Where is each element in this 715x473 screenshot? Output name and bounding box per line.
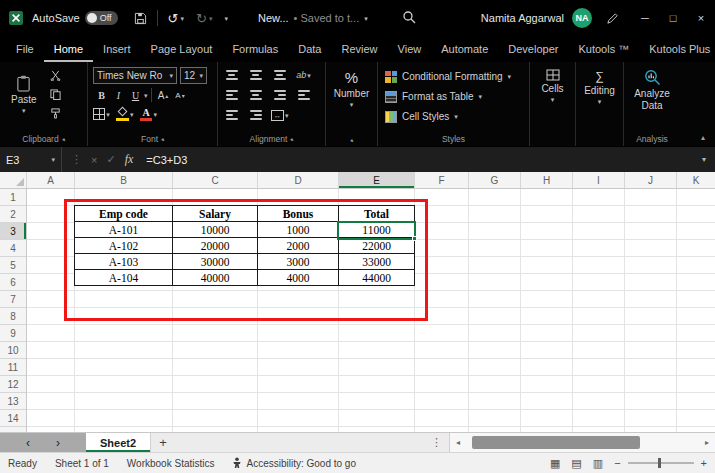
redo-button[interactable]: ↻▾ bbox=[190, 5, 218, 31]
name-box[interactable]: E3 ▾ bbox=[0, 147, 62, 172]
col-header-j[interactable]: J bbox=[625, 172, 677, 188]
tab-data[interactable]: Data bbox=[288, 36, 331, 62]
underline-button[interactable]: U bbox=[127, 87, 144, 103]
row-header-8[interactable]: 8 bbox=[0, 308, 26, 325]
document-title[interactable]: New... • Saved to t... ▾ bbox=[258, 0, 368, 36]
col-header-k[interactable]: K bbox=[677, 172, 715, 188]
scroll-right-button[interactable]: ▸ bbox=[699, 438, 715, 447]
cell-B2[interactable]: Emp code bbox=[75, 206, 173, 222]
save-button[interactable] bbox=[128, 5, 153, 31]
cell-styles-button[interactable]: Cell Styles ▾ bbox=[385, 107, 524, 126]
sheet-tab-sheet2[interactable]: Sheet2 bbox=[86, 433, 151, 452]
cell-D2[interactable]: Bonus bbox=[258, 206, 339, 222]
zoom-in-button[interactable]: + bbox=[701, 457, 707, 469]
search-icon[interactable] bbox=[402, 10, 416, 26]
format-as-table-button[interactable]: Format as Table ▾ bbox=[385, 87, 524, 106]
accessibility-status[interactable]: Accessibility: Good to go bbox=[232, 457, 356, 469]
cell-C6[interactable]: 40000 bbox=[173, 270, 258, 286]
cell-B3[interactable]: A-101 bbox=[75, 222, 173, 238]
row-header-2[interactable]: 2 bbox=[0, 206, 26, 223]
maximize-button[interactable]: □ bbox=[659, 0, 687, 36]
conditional-formatting-button[interactable]: Conditional Formatting ▾ bbox=[385, 67, 524, 86]
scrollbar-track[interactable] bbox=[466, 433, 699, 452]
sheet-options-icon[interactable]: ⋮ bbox=[424, 433, 449, 452]
tab-kutools[interactable]: Kutools ™ bbox=[568, 36, 639, 62]
customize-toolbar-button[interactable]: ▾ bbox=[218, 5, 234, 31]
minimize-button[interactable]: ─ bbox=[631, 0, 659, 36]
cell-E5[interactable]: 33000 bbox=[339, 254, 415, 270]
tab-file[interactable]: File bbox=[6, 36, 44, 62]
row-header-1[interactable]: 1 bbox=[0, 189, 26, 206]
row-header-10[interactable]: 10 bbox=[0, 342, 26, 359]
add-sheet-button[interactable]: + bbox=[151, 433, 175, 452]
tab-insert[interactable]: Insert bbox=[93, 36, 141, 62]
cancel-entry-button[interactable]: × bbox=[91, 154, 97, 166]
indent-increase-button[interactable] bbox=[247, 107, 264, 123]
cell-C2[interactable]: Salary bbox=[173, 206, 258, 222]
zoom-slider[interactable] bbox=[628, 462, 694, 464]
col-header-c[interactable]: C bbox=[173, 172, 258, 188]
orientation-button[interactable]: ab▾ bbox=[295, 67, 312, 83]
confirm-entry-button[interactable]: ✓ bbox=[106, 153, 115, 166]
cells-button[interactable]: Cells ▾ bbox=[535, 67, 570, 103]
grow-font-button[interactable]: A▴ bbox=[155, 87, 172, 103]
horizontal-scrollbar[interactable]: ◂ ▸ bbox=[449, 433, 715, 452]
dialog-launcher-icon[interactable]: ▾ bbox=[348, 137, 355, 144]
dialog-launcher-icon[interactable]: ▾ bbox=[288, 135, 295, 142]
col-header-f[interactable]: F bbox=[415, 172, 469, 188]
format-painter-button[interactable] bbox=[47, 105, 64, 121]
font-size-select[interactable]: 12▾ bbox=[180, 67, 207, 84]
row-header-12[interactable]: 12 bbox=[0, 376, 26, 393]
user-name[interactable]: Namita Aggarwal bbox=[481, 12, 564, 24]
align-left-button[interactable] bbox=[223, 87, 240, 103]
tab-developer[interactable]: Developer bbox=[498, 36, 568, 62]
cell-B6[interactable]: A-104 bbox=[75, 270, 173, 286]
col-header-a[interactable]: A bbox=[27, 172, 75, 188]
cell-C5[interactable]: 30000 bbox=[173, 254, 258, 270]
cut-button[interactable] bbox=[47, 67, 64, 83]
font-name-select[interactable]: Times New Ro▾ bbox=[93, 67, 177, 84]
col-header-e[interactable]: E bbox=[339, 172, 415, 188]
tab-automate[interactable]: Automate bbox=[431, 36, 498, 62]
row-header-13[interactable]: 13 bbox=[0, 393, 26, 410]
pen-icon[interactable] bbox=[606, 12, 619, 25]
cell-E3[interactable]: 11000 bbox=[339, 222, 415, 238]
fill-color-button[interactable]: ▾ bbox=[116, 106, 134, 122]
align-right-button[interactable] bbox=[271, 87, 288, 103]
align-bottom-button[interactable] bbox=[271, 67, 288, 83]
page-break-view-button[interactable]: ▥ bbox=[593, 458, 603, 469]
analyze-data-button[interactable]: Analyze Data bbox=[629, 67, 675, 111]
indent-decrease-button[interactable] bbox=[223, 107, 240, 123]
tab-view[interactable]: View bbox=[388, 36, 432, 62]
tab-formulas[interactable]: Formulas bbox=[222, 36, 288, 62]
collapse-ribbon-icon[interactable]: ▴ bbox=[701, 133, 705, 142]
wrap-text-button[interactable] bbox=[295, 87, 312, 103]
align-top-button[interactable] bbox=[223, 67, 240, 83]
paste-button[interactable]: Paste ▾ bbox=[5, 73, 43, 116]
prev-sheet-button[interactable]: ‹ bbox=[26, 436, 30, 450]
workbook-statistics-button[interactable]: Workbook Statistics bbox=[127, 458, 215, 469]
row-header-4[interactable]: 4 bbox=[0, 240, 26, 257]
bold-button[interactable]: B bbox=[93, 87, 110, 103]
select-all-corner[interactable] bbox=[0, 172, 27, 188]
row-header-14[interactable]: 14 bbox=[0, 410, 26, 427]
next-sheet-button[interactable]: › bbox=[56, 436, 60, 450]
cell-C4[interactable]: 20000 bbox=[173, 238, 258, 254]
formula-input[interactable]: =C3+D3 bbox=[142, 154, 702, 166]
editing-button[interactable]: ∑ Editing ▾ bbox=[581, 67, 618, 105]
autosave-toggle[interactable]: AutoSave Off bbox=[32, 11, 118, 25]
italic-button[interactable]: I bbox=[110, 87, 127, 103]
zoom-slider-thumb[interactable] bbox=[658, 458, 661, 468]
chevron-down-icon[interactable]: ▾ bbox=[144, 92, 148, 99]
col-header-i[interactable]: I bbox=[573, 172, 625, 188]
autosave-switch[interactable]: Off bbox=[85, 11, 118, 25]
dialog-launcher-icon[interactable]: ▾ bbox=[60, 135, 67, 142]
row-header-3[interactable]: 3 bbox=[0, 223, 26, 240]
zoom-out-button[interactable]: − bbox=[614, 457, 620, 469]
row-header-5[interactable]: 5 bbox=[0, 257, 26, 274]
tab-page-layout[interactable]: Page Layout bbox=[141, 36, 223, 62]
font-color-button[interactable]: A▾ bbox=[140, 106, 158, 122]
normal-view-button[interactable]: ▦ bbox=[550, 458, 560, 469]
undo-button[interactable]: ↺▾ bbox=[162, 5, 190, 31]
cell-D6[interactable]: 4000 bbox=[258, 270, 339, 286]
